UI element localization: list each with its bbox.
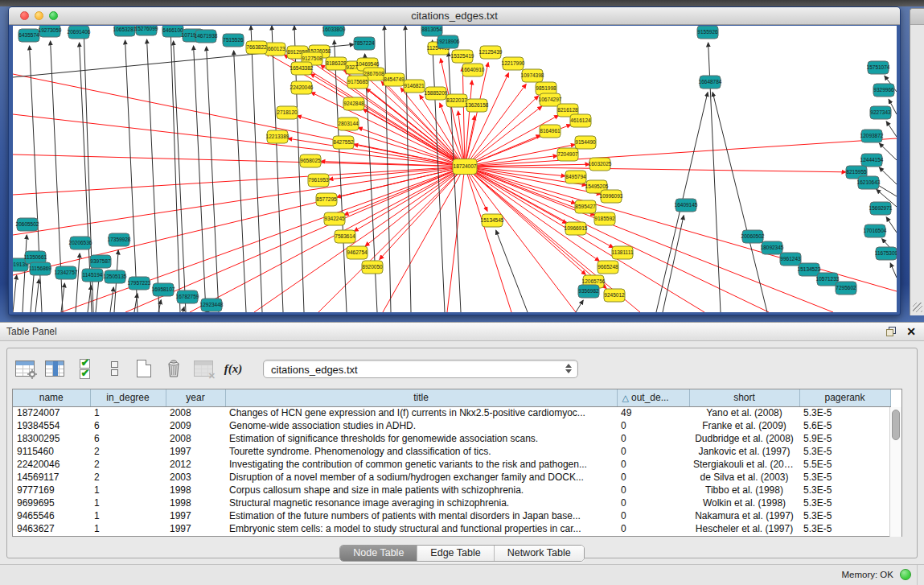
graph-node[interactable]: 20605502 [16,218,39,231]
graph-node[interactable]: 16033809 [322,26,346,36]
column-header-name[interactable]: name [13,389,90,406]
graph-node[interactable]: 9462754 [347,246,368,259]
graph-node[interactable]: 12444154 [860,154,884,167]
graph-node[interactable]: 7295602 [836,282,856,295]
graph-node[interactable]: 16032025 [589,158,612,171]
graph-node[interactable]: 12342757 [55,266,78,279]
graph-node[interactable]: 12125439 [479,46,503,59]
graph-node[interactable]: 8164961 [540,125,561,138]
table-row[interactable]: 977716911998Corpus callosum shape and si… [13,484,890,496]
citation-edge-black[interactable] [886,217,897,233]
select-all-columns-icon[interactable]: ✔✔ [73,357,96,380]
column-header-year[interactable]: year [166,389,225,406]
network-window[interactable]: citations_edges.txt 18724007866012389129… [8,6,901,315]
resize-grip-icon[interactable] [913,303,922,312]
show-column-icon[interactable] [43,357,66,380]
citation-edge-black[interactable] [125,40,138,312]
graph-node[interactable]: 11675309 [875,247,897,260]
close-icon[interactable]: ✕ [906,325,916,338]
graph-node[interactable]: 16640910 [462,64,485,76]
graph-node[interactable]: 13626158 [466,99,489,112]
graph-node[interactable]: 9154490 [575,136,596,149]
citation-edge-black[interactable] [405,26,411,312]
graph-node[interactable]: 8322037 [446,94,467,107]
graph-node[interactable]: 16958107 [152,283,175,296]
graph-node[interactable]: 16648784 [699,76,722,89]
table-row[interactable]: 1456911722003Disruption of a novel membe… [13,471,890,484]
table-row[interactable]: 2242004622012Investigating the contribut… [13,458,890,471]
graph-node[interactable]: 9397587 [90,255,111,268]
graph-node[interactable]: 7204907 [557,148,578,161]
graph-node[interactable]: 9242848 [343,97,364,110]
graph-node[interactable]: 16210643 [857,176,881,189]
citation-edge-black[interactable] [35,279,39,312]
graph-node[interactable]: 9175685 [347,76,368,89]
table-options-icon[interactable] [14,357,36,380]
graph-node[interactable]: 14671938 [195,30,218,43]
citation-edge-black[interactable] [886,122,897,137]
unselect-columns-icon[interactable] [103,357,125,380]
citation-edge-black[interactable] [183,307,184,312]
graph-node[interactable]: 8920050 [362,261,383,274]
citation-edge-black[interactable] [251,26,262,312]
graph-node[interactable]: 15692971 [869,202,893,215]
graph-node[interactable]: 19273059 [39,26,62,37]
graph-node[interactable]: 16543382 [290,62,314,75]
memory-status-icon[interactable] [900,569,911,580]
column-header-in_degree[interactable]: in_degree [90,389,166,406]
citation-edge-red[interactable] [465,138,897,167]
graph-node[interactable]: 6435574 [18,29,39,42]
graph-node[interactable]: 7663822 [246,41,267,54]
graph-node[interactable]: 9961243 [780,253,801,266]
graph-node[interactable]: 11156869 [29,262,51,275]
function-builder-icon[interactable]: f(x) [222,357,244,380]
citation-edge-black[interactable] [234,51,246,312]
citation-edge-black[interactable] [194,46,206,312]
graph-node[interactable]: 8660123 [265,43,285,56]
graph-node[interactable]: 17957223 [128,277,151,290]
graph-node[interactable]: 11381111 [612,246,634,259]
graph-node[interactable]: 7583614 [335,230,355,243]
graph-node[interactable]: 9155926 [697,26,718,39]
graph-node[interactable]: 20060502 [741,230,765,243]
graph-node[interactable]: 7857224 [354,37,375,50]
tab-edge-table[interactable]: Edge Table [417,546,494,561]
graph-node[interactable]: 10966915 [565,222,588,235]
citation-edge-black[interactable] [23,235,27,312]
table-row[interactable]: 946554611997Estimation of the future num… [13,509,890,522]
citation-edge-black[interactable] [76,253,80,312]
graph-node[interactable]: 16782759 [176,290,199,303]
citation-edge-black[interactable] [88,286,91,312]
graph-node[interactable]: 17016504 [864,225,887,237]
graph-node[interactable]: 15751074 [867,61,890,74]
background-window-sliver[interactable] [910,8,924,315]
graph-node[interactable]: 16409145 [675,199,698,212]
new-table-icon[interactable] [133,357,155,380]
graph-node[interactable]: 9342245 [324,212,345,225]
citation-edge-red[interactable] [465,115,559,167]
graph-node[interactable]: 4616124 [570,114,591,127]
graph-node[interactable]: 12093872 [860,130,884,142]
column-header-title[interactable]: title [225,389,617,406]
table-row[interactable]: 1938455462009Genome-wide association stu… [13,419,890,432]
citation-edge-black[interactable] [110,287,113,312]
graph-node[interactable]: 15276099 [135,26,158,35]
citation-edge-black[interactable] [335,40,347,312]
citation-edge-red[interactable] [13,167,465,235]
graph-node[interactable]: 19218906 [437,35,460,48]
table-row[interactable]: 969969511998Structural magnetic resonanc… [13,496,890,509]
citation-edge-red[interactable] [380,167,465,259]
memory-status-label[interactable]: Memory: OK [841,570,893,579]
graph-node[interactable]: 10653287 [113,26,137,36]
graph-node[interactable]: 7961953 [308,174,329,187]
graph-node[interactable]: 10996093 [600,190,623,203]
graph-node[interactable]: 20206536 [69,237,92,249]
graph-node[interactable]: 8813054 [421,26,442,36]
citation-edge-red[interactable] [447,167,465,312]
citation-edge-black[interactable] [13,275,17,312]
citation-edge-black[interactable] [147,39,159,312]
network-canvas[interactable]: 1872400786601238912958152260589127508165… [13,26,897,312]
table-row[interactable]: 1830029562008Estimation of significance … [13,432,890,445]
network-window-titlebar[interactable]: citations_edges.txt [9,7,900,25]
vertical-scrollbar[interactable] [889,407,901,537]
